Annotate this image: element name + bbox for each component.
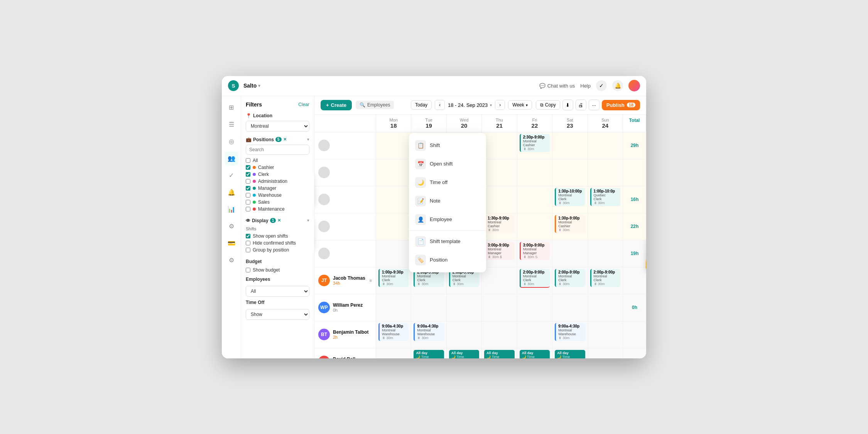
shift-cell[interactable]: All day 🌙 Time off(paid): [552, 348, 588, 358]
sidebar-icon-bell[interactable]: 🔔: [225, 186, 238, 199]
shift-cell[interactable]: [482, 321, 517, 348]
shift-cell[interactable]: 1:30p-9:00p Montreal Cashier ⏸ 30m: [552, 213, 588, 240]
shift-card[interactable]: 1:30p-9:00p Montreal Cashier ⏸ 30m: [555, 215, 585, 233]
shift-cell[interactable]: [517, 186, 552, 213]
shift-cell[interactable]: [517, 159, 552, 186]
sidebar-icon-list[interactable]: ☰: [225, 118, 238, 132]
shift-cell[interactable]: [376, 348, 411, 358]
shift-cell[interactable]: 1:00p-9:30p Montreal Clerk ⏸ 30m: [376, 267, 411, 294]
next-week-button[interactable]: ›: [495, 100, 505, 110]
show-open-shifts-checkbox[interactable]: [246, 234, 250, 238]
employees-select[interactable]: All: [246, 286, 309, 297]
menu-item-note[interactable]: 📝 Note: [409, 192, 486, 210]
menu-item-shift-template[interactable]: 📄 Shift template: [409, 232, 486, 251]
hide-confirmed-item[interactable]: Hide confirmed shifts: [246, 240, 309, 247]
shift-cell[interactable]: All day 🌙 Time off(paid): [482, 348, 517, 358]
user-avatar[interactable]: [628, 80, 640, 91]
shift-cell[interactable]: 1:00p-10:0p Quebec Clerk ⏸ 30m: [588, 186, 623, 213]
week-selector[interactable]: Week ▾: [508, 100, 532, 110]
position-administration-checkbox[interactable]: [246, 179, 250, 184]
clear-filters-link[interactable]: Clear: [298, 102, 309, 107]
shift-cell[interactable]: [517, 294, 552, 321]
shift-cell[interactable]: [588, 132, 623, 159]
copy-button[interactable]: ⧉ Copy: [536, 100, 560, 110]
help-link[interactable]: Help: [580, 83, 591, 89]
shift-cell[interactable]: 2:30p-9:00p Montreal Cashier ⏸ 30m: [517, 132, 552, 159]
menu-item-open-shift[interactable]: 📅 Open shift: [409, 155, 486, 173]
shift-cell[interactable]: [376, 294, 411, 321]
shift-cell[interactable]: 1:30p-9:00p Montreal Cashier ⏸ 30m: [482, 213, 517, 240]
menu-item-position[interactable]: 🏷️ Position: [409, 251, 486, 269]
position-all[interactable]: All: [246, 157, 309, 164]
shift-cell[interactable]: [552, 294, 588, 321]
shift-cell[interactable]: [588, 240, 623, 267]
shift-cell[interactable]: All day 🌙 Time off(paid): [447, 348, 482, 358]
shift-card[interactable]: 9:00a-4:30p Montreal Warehouse ⏸ 30m: [555, 323, 585, 341]
shift-cell[interactable]: [552, 132, 588, 159]
shift-cell[interactable]: [482, 159, 517, 186]
publish-button[interactable]: Publish 18: [602, 100, 640, 110]
shift-cell[interactable]: [588, 348, 623, 358]
show-budget-checkbox[interactable]: [246, 268, 250, 272]
shift-cell[interactable]: [447, 294, 482, 321]
position-cashier-checkbox[interactable]: [246, 165, 250, 170]
today-button[interactable]: Today: [411, 100, 432, 110]
shift-card[interactable]: 1:00p-10:0p Quebec Clerk ⏸ 30m: [590, 188, 620, 206]
shift-card-timeoff[interactable]: All day 🌙 Time off(paid): [520, 350, 550, 358]
shift-card[interactable]: 2:00p-9:00p Montreal Clerk ⏸ 30m: [520, 269, 550, 288]
shift-cell[interactable]: [376, 159, 411, 186]
chat-button[interactable]: 💬 Chat with us: [539, 83, 575, 89]
shift-card[interactable]: 1:30p-10:00p Montreal Clerk ⏸ 30m: [555, 188, 585, 206]
print-icon-button[interactable]: 🖨: [576, 100, 586, 110]
menu-item-employee[interactable]: 👤 Employee: [409, 210, 486, 229]
shift-cell[interactable]: [588, 213, 623, 240]
position-manager-checkbox[interactable]: [246, 186, 250, 191]
show-budget-item[interactable]: Show budget: [246, 267, 309, 274]
shift-cell[interactable]: 3:00p-9:00p Montreal Manager ⏸ 30m S: [517, 240, 552, 267]
shift-cell[interactable]: [482, 186, 517, 213]
shift-card[interactable]: 9:00a-4:30p Montreal Warehouse ⏸ 30m: [414, 323, 444, 341]
shift-cell[interactable]: [552, 159, 588, 186]
sidebar-icon-chart[interactable]: 📊: [225, 203, 238, 216]
shift-cell[interactable]: [447, 321, 482, 348]
shift-cell[interactable]: 9:00a-4:30p Montreal Warehouse ⏸ 30m: [411, 321, 446, 348]
sidebar-icon-users[interactable]: 👥: [225, 152, 238, 165]
shift-card[interactable]: 1:00p-9:30p Montreal Clerk ⏸ 30m: [378, 269, 409, 287]
employees-filter-tag[interactable]: 🔍 Employees: [356, 101, 394, 109]
shift-cell[interactable]: [482, 132, 517, 159]
position-manager[interactable]: Manager: [246, 185, 309, 192]
shift-cell[interactable]: [376, 213, 411, 240]
employee-menu-icon[interactable]: ≡: [370, 278, 372, 283]
bell-icon[interactable]: 🔔: [612, 80, 623, 91]
shift-cell[interactable]: All day 🌙 Time off(paid): [517, 348, 552, 358]
shift-card[interactable]: 2:30p-9:00p Montreal Cashier ⏸ 30m: [520, 134, 550, 152]
shift-cell[interactable]: [376, 132, 411, 159]
shift-cell[interactable]: [588, 294, 623, 321]
position-maintenance[interactable]: Maintenance: [246, 206, 309, 213]
positions-search-input[interactable]: [246, 145, 309, 155]
more-options-button[interactable]: ···: [589, 100, 599, 110]
position-sales[interactable]: Sales: [246, 199, 309, 206]
show-open-shifts-item[interactable]: Show open shifts: [246, 233, 309, 240]
shift-card[interactable]: 1:30p-9:00p Montreal Cashier ⏸ 30m: [484, 215, 514, 233]
shift-cell[interactable]: [376, 186, 411, 213]
shift-card[interactable]: 3:00p-9:00p Montreal Manager ⏸ 30m $: [484, 242, 514, 260]
shift-card[interactable]: 2:00p-9:00p Montreal Clerk ⏸ 30m: [555, 269, 585, 287]
sidebar-icon-grid[interactable]: ⊞: [225, 101, 238, 115]
position-clerk-checkbox[interactable]: [246, 172, 250, 177]
shift-cell[interactable]: [376, 240, 411, 267]
sidebar-icon-circle[interactable]: ◎: [225, 135, 238, 149]
check-icon[interactable]: ✓: [596, 80, 607, 91]
shift-cell[interactable]: [411, 294, 446, 321]
shift-card[interactable]: 2:00p-9:00p Montreal Clerk ⏸ 30m: [590, 269, 620, 287]
shift-cell[interactable]: [517, 213, 552, 240]
shift-card-timeoff[interactable]: All day 🌙 Time off(paid): [449, 350, 479, 358]
shift-cell[interactable]: [588, 321, 623, 348]
position-sales-checkbox[interactable]: [246, 200, 250, 204]
shift-cell[interactable]: 2:00p-9:00p Montreal Clerk ⏸ 30m: [588, 267, 623, 294]
position-administration[interactable]: Administration: [246, 178, 309, 185]
position-cashier[interactable]: Cashier: [246, 164, 309, 171]
position-maintenance-checkbox[interactable]: [246, 207, 250, 211]
sidebar-icon-check[interactable]: ✓: [225, 169, 238, 182]
position-warehouse-checkbox[interactable]: [246, 193, 250, 198]
